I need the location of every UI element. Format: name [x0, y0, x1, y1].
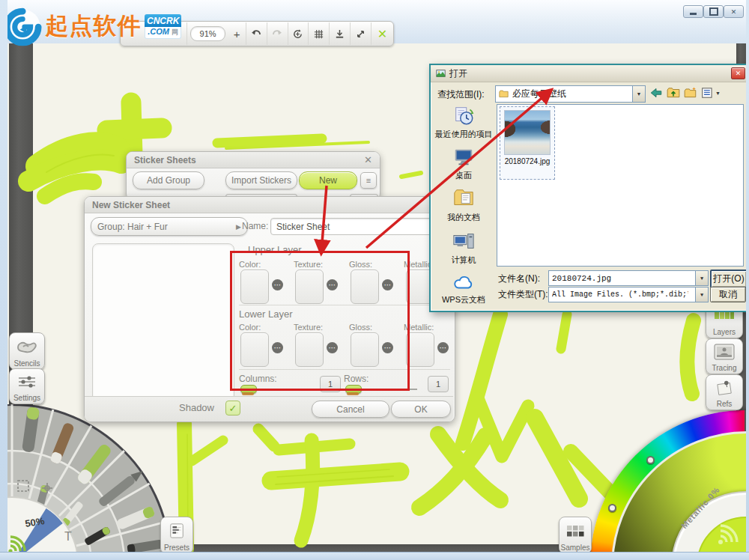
lower-texture-options-icon[interactable]: ⋯	[327, 342, 338, 353]
settings-button[interactable]: Settings	[9, 368, 45, 404]
ok-button[interactable]: OK	[391, 401, 451, 418]
open-dialog-close-icon[interactable]: ✕	[731, 67, 745, 79]
brand-badge: CNCRK .COM 网	[145, 14, 181, 39]
file-item-thumbnail[interactable]: 20180724.jpg	[500, 106, 555, 180]
sidebar-place-documents[interactable]: 我的文档	[434, 187, 493, 222]
new-sticker-title: New Sticker Sheet	[92, 200, 170, 210]
reset-rotation-button[interactable]	[288, 22, 309, 45]
upper-gloss-swatch[interactable]	[351, 270, 379, 304]
minimize-button[interactable]	[683, 5, 703, 18]
sidebar-place-recent[interactable]: 最近使用的项目	[434, 104, 493, 139]
sticker-sheets-title: Sticker Sheets	[134, 155, 196, 165]
file-name-dropdown-icon[interactable]: ▼	[695, 271, 708, 285]
sidebar-place-desktop[interactable]: 桌面	[434, 145, 493, 180]
presets-button[interactable]: Presets	[160, 517, 193, 554]
lower-texture-swatch[interactable]	[295, 332, 324, 367]
new-sticker-button[interactable]: New	[299, 171, 357, 189]
sidebar-place-wps-cloud[interactable]: WPS云文档	[434, 273, 493, 305]
grid-divider	[239, 369, 450, 370]
layer-divider	[239, 305, 450, 305]
tracing-button[interactable]: Tracing	[706, 338, 743, 374]
presets-icon	[169, 517, 185, 544]
refs-icon	[715, 375, 733, 400]
upper-texture-options-icon[interactable]: ⋯	[327, 279, 338, 290]
lower-gloss-options-icon[interactable]: ⋯	[382, 342, 393, 353]
hue-marker-dot[interactable]	[608, 504, 616, 512]
import-stickers-button[interactable]: Import Stickers	[225, 171, 297, 189]
zoom-in-button[interactable]: +	[228, 22, 246, 45]
file-type-value: All Image Files. (*.bmp;*.dib;*.rle;*	[552, 290, 688, 299]
tool-picker-wheel[interactable]: 50% T	[0, 404, 171, 560]
upper-color-swatch[interactable]	[240, 270, 269, 304]
refs-button[interactable]: Refs	[706, 374, 743, 410]
sticker-menu-button[interactable]: ≡	[360, 172, 377, 189]
settings-label: Settings	[13, 394, 40, 402]
close-button[interactable]: ✕	[724, 5, 744, 18]
lower-metallic-swatch[interactable]	[406, 332, 434, 367]
back-button[interactable]	[649, 86, 663, 103]
columns-value-field[interactable]: 1	[320, 376, 341, 392]
wps-cloud-label: WPS云文档	[434, 295, 493, 305]
file-type-combobox[interactable]: All Image Files. (*.bmp;*.dib;*.rle;* ▼	[548, 287, 709, 302]
badge-mark: 网	[172, 28, 178, 36]
color-marker-dot[interactable]	[646, 456, 655, 464]
look-in-combobox[interactable]: 必应每日壁纸 ▼	[495, 85, 646, 103]
desktop-icon	[452, 145, 475, 168]
group-selector-label: Group: Hair + Fur	[97, 222, 168, 232]
lower-metallic-options-icon[interactable]: ⋯	[437, 342, 449, 353]
tracing-icon	[714, 339, 735, 364]
look-in-label: 查找范围(I):	[437, 88, 485, 101]
new-sticker-titlebar[interactable]: New Sticker Sheet	[85, 197, 455, 213]
look-in-dropdown-icon[interactable]: ▼	[632, 86, 645, 102]
name-label: Name:	[242, 221, 268, 231]
stencils-button[interactable]: Stencils	[9, 332, 45, 370]
upper-texture-swatch[interactable]	[295, 270, 324, 304]
zoom-level-field[interactable]: 91%	[190, 26, 225, 41]
upper-gloss-options-icon[interactable]: ⋯	[382, 279, 393, 290]
group-selector-button[interactable]: Group: Hair + Fur ▶	[91, 217, 248, 236]
export-button[interactable]	[330, 22, 351, 45]
ocean-photo-thumbnail	[504, 110, 551, 155]
open-button[interactable]: 打开(O)	[710, 270, 748, 288]
recent-items-icon	[452, 104, 475, 127]
undo-button[interactable]	[246, 22, 267, 45]
maximize-button[interactable]	[703, 5, 724, 18]
upper-color-options-icon[interactable]: ⋯	[272, 279, 283, 290]
lower-metallic-label: Metallic:	[404, 323, 434, 332]
cancel-button[interactable]: Cancel	[312, 401, 389, 418]
window-border-left	[0, 0, 7, 560]
close-workbench-button[interactable]: ✕	[372, 22, 393, 45]
lower-gloss-swatch[interactable]	[351, 332, 379, 367]
view-menu-button[interactable]: ▼	[701, 86, 721, 100]
add-group-button[interactable]: Add Group	[133, 171, 204, 189]
redo-button[interactable]	[267, 22, 288, 45]
look-in-value: 必应每日壁纸	[512, 88, 566, 100]
folder-up-icon	[667, 86, 680, 100]
window-border-bottom	[0, 552, 749, 560]
lower-color-options-icon[interactable]: ⋯	[272, 342, 283, 353]
file-item-label: 20180724.jpg	[500, 157, 554, 165]
tracing-label: Tracing	[712, 364, 737, 372]
grid-button[interactable]	[309, 22, 330, 45]
up-level-button[interactable]	[667, 86, 680, 103]
fullscreen-button[interactable]	[351, 22, 372, 45]
file-name-combobox[interactable]: 20180724.jpg ▼	[548, 270, 709, 286]
file-type-dropdown-icon[interactable]: ▼	[695, 287, 708, 302]
lower-color-swatch[interactable]	[240, 332, 269, 367]
new-folder-button[interactable]	[684, 86, 697, 103]
logo-swirl-icon	[3, 6, 42, 48]
rows-label: Rows:	[344, 374, 369, 384]
open-dialog-titlebar[interactable]: 打开 ✕	[431, 65, 748, 82]
sticker-sheets-titlebar[interactable]: Sticker Sheets ✕	[127, 152, 380, 168]
samples-button[interactable]: Samples	[559, 517, 592, 554]
sticker-sheets-close-icon[interactable]: ✕	[364, 154, 372, 165]
view-menu-dropdown-icon: ▼	[715, 91, 721, 96]
open-dialog-icon	[435, 69, 446, 79]
stencils-label: Stencils	[13, 359, 40, 368]
settings-icon	[17, 369, 37, 394]
cancel-open-button[interactable]: 取消	[710, 287, 746, 302]
rows-value-field[interactable]: 1	[428, 376, 449, 392]
lower-color-label: Color:	[239, 323, 261, 332]
shadow-checkbox[interactable]: ✓	[225, 401, 240, 416]
sidebar-place-computer[interactable]: 计算机	[434, 230, 493, 265]
